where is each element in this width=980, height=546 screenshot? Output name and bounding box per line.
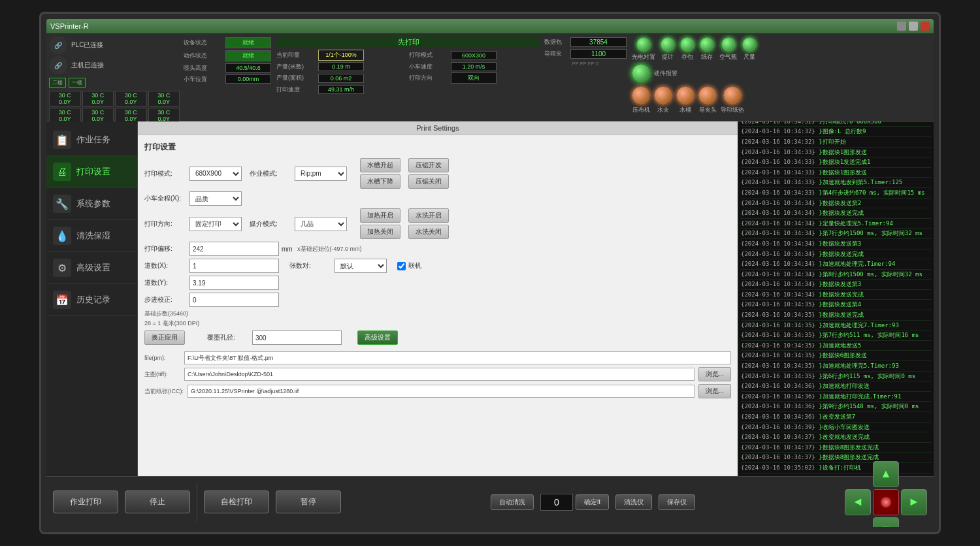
nav-stop-button[interactable]: [873, 489, 899, 515]
step-eq-text: 28 = 1 毫米(300 DPI): [144, 320, 199, 327]
shuifu-group: 水夫: [654, 86, 672, 114]
correct-button[interactable]: 换正应用: [144, 330, 185, 345]
clean-icon: 💧: [53, 227, 71, 245]
water-up-button[interactable]: 水槽升起: [360, 158, 400, 172]
water-down-button[interactable]: 水槽下降: [360, 174, 400, 189]
file-tiff-input[interactable]: [184, 368, 694, 381]
nav-left-button[interactable]: ◄: [845, 489, 871, 515]
confirm-button[interactable]: 确定it: [576, 494, 609, 510]
print-dir-select[interactable]: 固定打印 双向: [189, 217, 242, 231]
nav-right-button[interactable]: ►: [901, 489, 927, 515]
log-entry: {2024-03-16 10:34:34} }加速就地处理完.Timer:94: [741, 259, 931, 270]
passes-y-row: 道数(Y):: [144, 276, 731, 290]
print-progress-row: 当前印量 1/1个-100%: [276, 50, 408, 61]
counter-panel: 数据包 37854 导雨夹 1100 FF FF FF 0: [543, 36, 628, 118]
bottom-center: 自动清洗 0 确定it 清洗仪 保存仪: [348, 494, 838, 511]
yield-m-label: 产量(米数): [276, 63, 316, 71]
sidebar-item-advanced[interactable]: ⚙ 高级设置: [46, 252, 137, 284]
auto-clean-button[interactable]: 自动清洗: [491, 494, 534, 510]
self-check-button[interactable]: 自检打印: [204, 490, 269, 513]
sidebar-item-clean[interactable]: 💧 清洗保湿: [46, 220, 137, 252]
log-entry: {2024-03-16 10:34:37} }改变就地发送完成: [741, 432, 931, 443]
minimize-button[interactable]: [897, 22, 906, 31]
sidebar-item-system[interactable]: 🔧 系统参数: [46, 188, 137, 220]
switch-row: 二楼 一楼: [49, 78, 180, 88]
led-group-4: 纸存: [700, 37, 714, 61]
nav-down-button[interactable]: ▼: [873, 517, 899, 528]
led-group-3: 存包: [680, 37, 694, 61]
switch-bot: 一楼: [69, 78, 86, 88]
print-status-title: 先打印: [276, 36, 540, 48]
press-open-button[interactable]: 压锯开发: [408, 158, 449, 172]
led-daojiatou: [698, 86, 717, 104]
close-button[interactable]: [921, 22, 930, 31]
log-entry: {2024-03-16 10:34:37} }数据块8图形发送完成: [741, 443, 931, 453]
print-offset-unit: mm: [282, 246, 295, 253]
action-buttons-row: 压布机 水夫 水桶 导夹头: [632, 86, 930, 114]
passes-y-input[interactable]: [189, 276, 279, 290]
pause-button[interactable]: 暂停: [276, 490, 341, 513]
sidebar-item-print[interactable]: 🖨 打印设置: [46, 156, 137, 188]
main-label: 主机已连接: [71, 61, 104, 70]
led-kongqi-label: 空气瓶: [719, 53, 737, 61]
browse-tiff-button[interactable]: 浏览...: [698, 367, 731, 381]
print-offset-input[interactable]: [189, 242, 279, 256]
print-mode-row: 打印模式 600X300: [409, 50, 540, 61]
log-entry: {2024-03-16 10:34:33} }第4行步进约670 ms, 实际时…: [741, 188, 931, 199]
print-dir-top-value: 双向: [451, 72, 497, 84]
step-correct-input[interactable]: [189, 293, 279, 307]
passes-y-label: 道数(Y):: [144, 278, 187, 287]
clean-button[interactable]: 清洗仪: [615, 494, 652, 510]
nozzle-height-label: 喷头高度: [184, 64, 223, 72]
stop-button[interactable]: 停止: [125, 490, 190, 513]
save-button[interactable]: 保存仪: [659, 494, 695, 510]
work-mode-select[interactable]: Rip;pm: [295, 167, 347, 181]
log-panel: {2024-03-16 10:34:32} 打印打方向：双向{2024-03-1…: [738, 121, 934, 476]
work-mode-label: 作业模式:: [250, 169, 292, 178]
sidebar-task-label: 作业任务: [76, 134, 110, 146]
rain-row: 导雨夹 1100: [544, 49, 627, 59]
led-shuifu-label: 水夫: [657, 106, 669, 114]
passes-x-input[interactable]: [189, 259, 279, 273]
print-progress-value: 1/1个-100%: [318, 50, 364, 61]
maximize-button[interactable]: [909, 22, 918, 31]
heat-off-button[interactable]: 加热关闭: [360, 225, 400, 239]
profile-input[interactable]: [188, 385, 694, 398]
water-off-button[interactable]: 水洗关闭: [408, 225, 449, 239]
order-select[interactable]: 默认: [335, 259, 387, 273]
browse-profile-button[interactable]: 浏览...: [698, 384, 731, 398]
job-print-button[interactable]: 作业打印: [53, 490, 118, 513]
water-wash-buttons: 水洗开启 水洗关闭: [408, 208, 449, 239]
log-entry: {2024-03-16 10:34:33} }数据块1发送完成1: [741, 157, 931, 168]
yield-area-label: 产量(面积): [276, 74, 316, 82]
advanced-settings-button[interactable]: 高级设置: [357, 330, 398, 345]
media-type-select[interactable]: 几品: [295, 217, 347, 231]
sidebar-item-task[interactable]: 📋 作业任务: [46, 124, 137, 156]
window-controls: [897, 22, 930, 31]
nozzle-hole-label: 覆墨孔径:: [207, 333, 250, 342]
water-on-button[interactable]: 水洗开启: [408, 208, 449, 223]
small-car-select[interactable]: 品质: [189, 191, 242, 206]
passes-x-row: 道数(X): 张数对: 默认 联机: [144, 259, 731, 273]
log-entry: {2024-03-16 10:34:33} }数据块1图形发送: [741, 148, 931, 158]
car-position-value: 0.00mm: [225, 74, 271, 84]
press-close-button[interactable]: 压锯关闭: [408, 174, 449, 189]
print-mode-select[interactable]: 680X900 600X300: [189, 167, 242, 181]
heat-on-button[interactable]: 加热开启: [360, 208, 400, 223]
led-group-6: 尺量: [742, 37, 757, 61]
print-settings: 打印设置 打印模式: 680X900 600X300 作业模式: Rip;pm: [138, 135, 738, 476]
nozzle-hole-input[interactable]: [252, 330, 342, 345]
x-base-tip: x基础起始位(-497.0 mm): [297, 245, 362, 253]
led-guang-label: 光电对置: [632, 53, 655, 61]
file-rpm-input[interactable]: [184, 351, 731, 364]
nav-controls: ▲ ◄ ► ▼: [845, 461, 927, 528]
print-status-panel: 先打印 当前印量 1/1个-100% 打印模式 600X300 产量(米数) 0…: [276, 36, 540, 118]
sidebar-item-history[interactable]: 📅 历史记录: [46, 284, 137, 316]
led-group-5: 空气瓶: [719, 37, 737, 61]
nav-up-button[interactable]: ▲: [873, 461, 899, 487]
file-paths: file(pm): 主图(tiff): 浏览... 当前纸张(ICC): 浏览.…: [144, 351, 731, 398]
network-checkbox[interactable]: [397, 262, 406, 270]
log-entry: {2024-03-16 10:34:35} }第7行步约511 ms, 实际时间…: [741, 330, 931, 341]
led-tiji-label: 提计: [662, 53, 674, 61]
log-entry: {2024-03-16 10:34:34} }数据块发送完成: [741, 290, 931, 300]
